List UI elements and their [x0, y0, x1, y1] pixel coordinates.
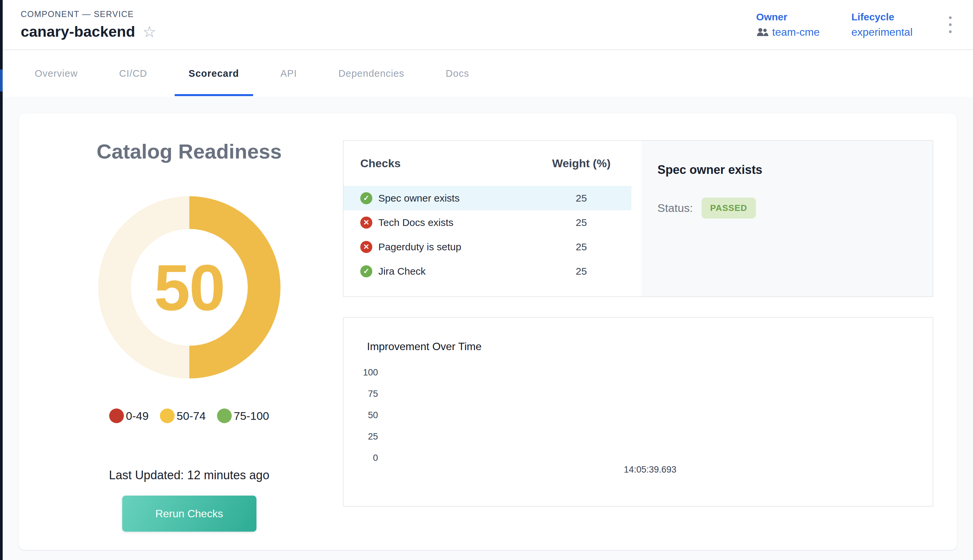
- status-label: Status:: [658, 202, 693, 215]
- owner-block: Owner team-cme: [756, 12, 820, 38]
- gauge-title: Catalog Readiness: [35, 140, 343, 163]
- page-title: canary-backend: [21, 23, 135, 40]
- y-axis-tick: 100: [344, 367, 378, 378]
- active-nav-indicator: [0, 69, 3, 92]
- score-gauge: 50: [98, 196, 280, 378]
- checks-panel: Checks Weight (%) Spec owner exists 25 T…: [343, 140, 933, 297]
- y-axis-tick: 0: [344, 453, 378, 463]
- lifecycle-value: experimental: [851, 26, 913, 38]
- legend-item-high: 75-100: [217, 408, 269, 423]
- checks-table-header: Checks Weight (%): [344, 141, 631, 186]
- owner-link[interactable]: team-cme: [756, 26, 820, 38]
- team-icon: [756, 27, 768, 37]
- check-row-pagerduty[interactable]: Pagerduty is setup 25: [344, 235, 631, 259]
- entity-header: COMPONENT — SERVICE canary-backend ☆ Own…: [3, 0, 973, 50]
- collapsed-nav-rail[interactable]: [0, 0, 3, 560]
- tab-api[interactable]: API: [260, 50, 318, 97]
- weight-column-header: Weight (%): [541, 157, 621, 170]
- improvement-chart-panel: Improvement Over Time 100 75 50 25 0 14:…: [343, 317, 933, 507]
- check-row-tech-docs[interactable]: Tech Docs exists 25: [344, 210, 631, 235]
- tab-scorecard[interactable]: Scorecard: [168, 50, 260, 97]
- x-circle-icon: [360, 241, 372, 253]
- details-section: Checks Weight (%) Spec owner exists 25 T…: [343, 113, 957, 550]
- legend-item-mid: 50-74: [160, 408, 206, 423]
- check-detail-title: Spec owner exists: [658, 163, 933, 177]
- x-circle-icon: [360, 217, 372, 228]
- owner-value: team-cme: [772, 26, 820, 38]
- owner-label: Owner: [756, 12, 820, 23]
- check-row-jira[interactable]: Jira Check 25: [344, 259, 631, 283]
- y-axis-tick: 25: [344, 432, 378, 442]
- tab-cicd[interactable]: CI/CD: [98, 50, 168, 97]
- check-circle-icon: [360, 192, 372, 204]
- checks-table: Checks Weight (%) Spec owner exists 25 T…: [344, 141, 631, 297]
- check-circle-icon: [360, 265, 372, 277]
- checks-column-header: Checks: [360, 157, 541, 170]
- last-updated-text: Last Updated: 12 minutes ago: [35, 468, 343, 482]
- legend-item-low: 0-49: [109, 408, 149, 423]
- breadcrumb: COMPONENT — SERVICE: [21, 9, 156, 19]
- score-value: 50: [154, 250, 224, 325]
- lifecycle-label: Lifecycle: [851, 12, 913, 23]
- y-axis-tick: 75: [344, 389, 378, 399]
- tab-docs[interactable]: Docs: [425, 50, 490, 97]
- green-dot-icon: [217, 408, 232, 423]
- red-dot-icon: [109, 408, 124, 423]
- check-row-spec-owner[interactable]: Spec owner exists 25: [344, 186, 631, 210]
- kebab-menu-icon[interactable]: [944, 13, 956, 37]
- x-axis-tick: 14:05:39.693: [624, 465, 676, 475]
- gauge-section: Catalog Readiness 50 0-49 50-74 75-100: [19, 113, 343, 550]
- tab-overview[interactable]: Overview: [14, 50, 98, 97]
- status-badge: PASSED: [701, 198, 756, 218]
- favorite-star-icon[interactable]: ☆: [143, 24, 156, 39]
- score-legend: 0-49 50-74 75-100: [35, 408, 343, 423]
- rerun-checks-button[interactable]: Rerun Checks: [122, 496, 257, 532]
- scorecard-page: Catalog Readiness 50 0-49 50-74 75-100: [3, 97, 973, 560]
- entity-tabs: Overview CI/CD Scorecard API Dependencie…: [3, 50, 973, 97]
- lifecycle-block: Lifecycle experimental: [851, 12, 913, 38]
- y-axis-tick: 50: [344, 410, 378, 420]
- chart-title: Improvement Over Time: [367, 340, 481, 353]
- check-detail-panel: Spec owner exists Status: PASSED: [641, 141, 933, 297]
- amber-dot-icon: [160, 408, 175, 423]
- tab-dependencies[interactable]: Dependencies: [317, 50, 425, 97]
- scorecard-card: Catalog Readiness 50 0-49 50-74 75-100: [19, 113, 957, 550]
